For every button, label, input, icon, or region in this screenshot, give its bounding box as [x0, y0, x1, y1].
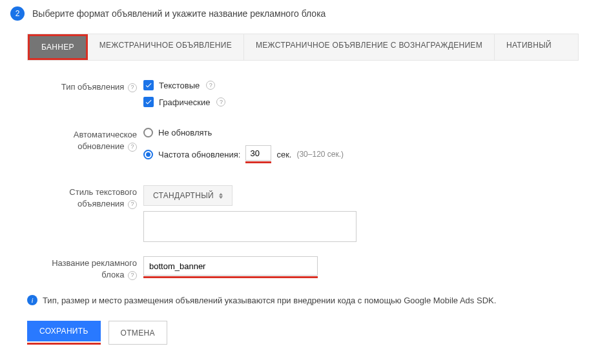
cancel-button[interactable]: ОТМЕНА	[108, 321, 167, 345]
format-tabs: БАННЕР МЕЖСТРАНИЧНОЕ ОБЪЯВЛЕНИЕ МЕЖСТРАН…	[27, 34, 579, 61]
radio-no-refresh[interactable]	[143, 128, 153, 137]
help-icon[interactable]: ?	[216, 97, 225, 106]
save-button[interactable]: СОХРАНИТЬ	[27, 321, 101, 341]
checkbox-graphic-label: Графические	[159, 97, 210, 107]
style-selected-label: СТАНДАРТНЫЙ	[153, 191, 214, 200]
help-icon[interactable]: ?	[128, 200, 137, 209]
label-ad-name: Название рекламного блока ?	[27, 256, 143, 281]
help-icon[interactable]: ?	[128, 143, 137, 152]
step-number-badge: 2	[10, 6, 25, 21]
label-text-style: Стиль текстового объявления ?	[27, 185, 143, 210]
label-ad-type: Тип объявления ?	[27, 80, 143, 93]
help-icon[interactable]: ?	[128, 271, 137, 280]
ad-name-underline	[143, 276, 318, 278]
label-ad-type-text: Тип объявления	[61, 82, 125, 92]
style-preview-box	[143, 211, 356, 242]
row-ad-type: Тип объявления ? Текстовые ? Графические…	[27, 80, 579, 114]
label-auto-refresh: Автоматическое обновление ?	[27, 128, 143, 152]
checkbox-text-ads[interactable]	[143, 80, 154, 90]
tab-banner[interactable]: БАННЕР	[30, 36, 86, 58]
row-text-style: Стиль текстового объявления ? СТАНДАРТНЫ…	[27, 185, 579, 242]
refresh-hint: (30–120 сек.)	[296, 150, 344, 159]
help-icon[interactable]: ?	[128, 83, 137, 92]
refresh-rate-input[interactable]	[245, 145, 271, 161]
actions: СОХРАНИТЬ ОТМЕНА	[27, 321, 579, 345]
checkbox-graphic-ads[interactable]	[143, 97, 154, 107]
info-bar: i Тип, размер и место размещения объявле…	[27, 295, 579, 305]
step-header: 2 Выберите формат объявлений и укажите н…	[10, 6, 579, 21]
check-icon	[145, 98, 152, 106]
style-dropdown[interactable]: СТАНДАРТНЫЙ	[143, 185, 232, 206]
tab-native[interactable]: НАТИВНЫЙ	[495, 34, 563, 60]
sort-icon	[219, 193, 223, 199]
tab-rewarded[interactable]: МЕЖСТРАНИЧНОЕ ОБЪЯВЛЕНИЕ С ВОЗНАГРАЖДЕНИ…	[244, 34, 495, 60]
refresh-unit: сек.	[276, 150, 291, 159]
ad-name-input[interactable]	[143, 256, 318, 276]
tab-banner-highlight: БАННЕР	[28, 34, 88, 60]
tab-interstitial[interactable]: МЕЖСТРАНИЧНОЕ ОБЪЯВЛЕНИЕ	[88, 34, 244, 60]
info-icon: i	[27, 295, 37, 305]
checkbox-text-label: Текстовые	[159, 81, 200, 90]
radio-refresh-rate[interactable]	[143, 150, 153, 159]
step-title: Выберите формат объявлений и укажите наз…	[32, 8, 326, 19]
refresh-input-wrap	[245, 145, 271, 163]
info-text: Тип, размер и место размещения объявлени…	[43, 296, 496, 305]
check-icon	[145, 81, 152, 89]
radio-no-refresh-label: Не обновлять	[158, 128, 212, 137]
help-icon[interactable]: ?	[206, 81, 215, 90]
row-ad-name: Название рекламного блока ?	[27, 256, 579, 281]
radio-refresh-rate-label: Частота обновления:	[158, 150, 240, 159]
save-button-underline	[27, 343, 101, 345]
row-auto-refresh: Автоматическое обновление ? Не обновлять…	[27, 128, 579, 171]
